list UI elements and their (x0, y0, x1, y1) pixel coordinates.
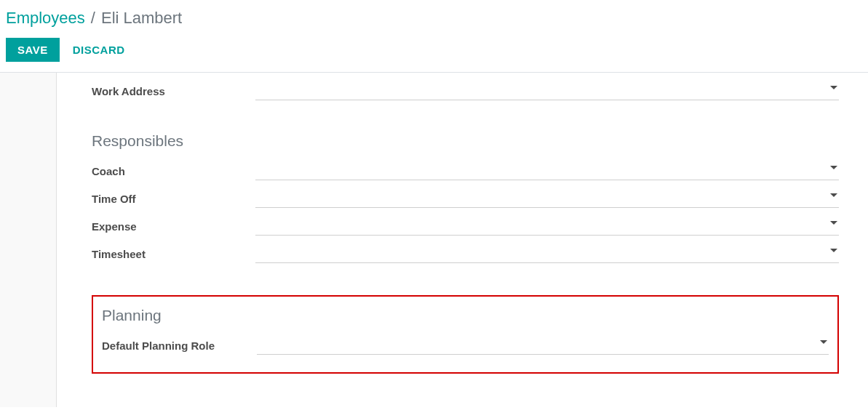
default-planning-role-input[interactable] (257, 336, 829, 355)
main-content: Work Address Responsibles Coach Time Off… (0, 73, 868, 407)
save-button[interactable]: SAVE (6, 38, 60, 62)
work-address-input[interactable] (255, 81, 839, 100)
planning-heading: Planning (102, 307, 829, 324)
default-planning-role-row: Default Planning Role (102, 331, 829, 359)
responsibles-heading: Responsibles (92, 132, 839, 150)
chevron-down-icon (820, 340, 827, 344)
breadcrumb-root[interactable]: Employees (6, 9, 85, 28)
action-buttons: SAVE DISCARD (6, 38, 862, 62)
discard-button[interactable]: DISCARD (73, 38, 125, 62)
coach-input[interactable] (255, 161, 839, 180)
default-planning-role-label: Default Planning Role (102, 339, 257, 355)
breadcrumb-separator: / (91, 9, 95, 28)
left-gutter (0, 73, 57, 407)
time-off-input[interactable] (255, 189, 839, 208)
expense-input[interactable] (255, 217, 839, 236)
time-off-label: Time Off (92, 193, 255, 208)
chevron-down-icon (830, 193, 837, 197)
chevron-down-icon (830, 86, 837, 89)
work-address-label: Work Address (92, 85, 255, 100)
header-bar: Employees / Eli Lambert SAVE DISCARD (0, 0, 868, 73)
timesheet-row: Timesheet (92, 240, 839, 268)
expense-label: Expense (92, 220, 255, 236)
form-sheet: Work Address Responsibles Coach Time Off… (57, 73, 868, 407)
chevron-down-icon (830, 249, 837, 252)
chevron-down-icon (830, 166, 837, 169)
expense-row: Expense (92, 212, 839, 240)
coach-row: Coach (92, 157, 839, 185)
time-off-row: Time Off (92, 185, 839, 212)
planning-highlight-box: Planning Default Planning Role (92, 295, 839, 374)
timesheet-label: Timesheet (92, 248, 255, 263)
breadcrumb-current: Eli Lambert (101, 9, 182, 28)
timesheet-input[interactable] (255, 244, 839, 263)
breadcrumb: Employees / Eli Lambert (6, 9, 862, 28)
chevron-down-icon (830, 221, 837, 225)
coach-label: Coach (92, 165, 255, 180)
work-address-row: Work Address (92, 73, 839, 105)
